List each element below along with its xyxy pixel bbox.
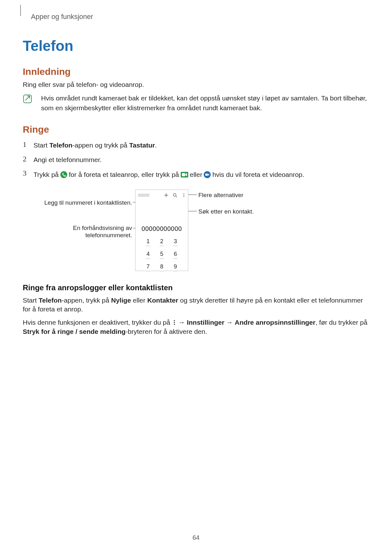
step-text-part: Trykk på [33,169,59,180]
step-2: 2 Angi et telefonnummer. [23,153,369,167]
running-head: Apper og funksjoner [31,13,93,21]
step-1: 1 Start Telefon-appen og trykk på Tastat… [23,138,369,152]
svg-point-12 [174,324,175,325]
svg-point-7 [184,193,184,194]
note-text: Hvis området rundt kameraet bak er tilde… [41,93,369,113]
voice-call-icon [60,171,68,178]
phone-topbar [136,190,188,201]
key-4: 4 [141,251,155,259]
step-3-line: Trykk på for å foreta et taleanrop, elle… [33,169,304,180]
svg-point-8 [184,195,184,196]
para-activate: Hvis denne funksjonen er deaktivert, try… [23,318,369,336]
step-3: 3 Trykk på for å foreta et taleanrop, el… [23,167,369,183]
callout-more-options: Flere alternativer [198,191,274,199]
video-call-round-icon [203,171,211,178]
callout-search-contact: Søk etter en kontakt. [198,208,274,215]
video-call-square-icon [180,171,189,178]
steps-list: 1 Start Telefon-appen og trykk på Tastat… [23,138,369,182]
key-5: 5 [155,251,168,259]
svg-point-10 [174,320,175,321]
svg-point-9 [184,196,184,197]
key-1: 1 [141,238,155,246]
step-number: 3 [23,168,27,179]
svg-rect-3 [182,173,185,176]
section-ringe: Ringe [23,124,369,135]
section-innledning: Innledning [23,66,369,77]
note-icon [23,94,32,104]
step-text: Angi et telefonnummer. [33,156,102,163]
phone-top-icons [164,193,186,197]
intro-text: Ring eller svar på telefon- og videoanro… [23,80,369,89]
svg-point-1 [60,171,67,178]
more-options-icon [182,193,186,197]
svg-rect-5 [205,173,208,176]
key-3: 3 [169,238,182,246]
step-text-part: for å foreta et taleanrop, eller trykk p… [69,169,179,180]
more-options-icon [172,319,177,326]
key-2: 2 [155,238,168,246]
page: Apper og funksjoner Telefon Innledning R… [0,0,392,554]
callout-add-contact: Legg til nummeret i kontaktlisten. [37,199,132,207]
phone-tab-indicator [138,194,149,197]
subhead-ringe-fra-logger: Ringe fra anropslogger eller kontaktlist… [23,283,369,292]
page-number: 64 [0,534,392,541]
step-text-part: eller [190,169,202,180]
step-number: 1 [23,139,27,150]
callout-preview: En forhåndsvisning av telefonnummeret. [37,224,132,239]
step-text-part: Start [33,142,49,149]
step-text-part: . [155,142,157,149]
phone-number-preview: 00000000000 [136,225,188,232]
content: Telefon Innledning Ring eller svar på te… [23,37,369,336]
key-7: 7 [141,263,155,272]
search-icon [173,193,177,197]
step-text-part: hvis du vil foreta et videoanrop. [212,169,304,180]
svg-point-11 [174,322,175,323]
key-9: 9 [169,263,182,272]
phone-figure: Legg til nummeret i kontaktlisten. En fo… [37,187,277,274]
svg-point-6 [173,193,176,196]
step-number: 2 [23,154,27,165]
page-title: Telefon [23,37,369,54]
keypad: 1 2 3 4 5 6 7 8 9 [136,238,188,272]
phone-keypad-mock: 00000000000 1 2 3 4 5 6 7 8 9 [135,190,188,271]
step-text-bold: Tastatur [129,142,155,149]
note-row: Hvis området rundt kameraet bak er tilde… [23,93,369,113]
side-rule [20,5,21,16]
add-contact-icon [164,193,168,197]
step-text-part: -appen og trykk på [72,142,129,149]
key-8: 8 [155,263,168,272]
key-6: 6 [169,251,182,259]
step-text-bold: Telefon [49,142,72,149]
para-logs: Start Telefon-appen, trykk på Nylige ell… [23,296,369,314]
